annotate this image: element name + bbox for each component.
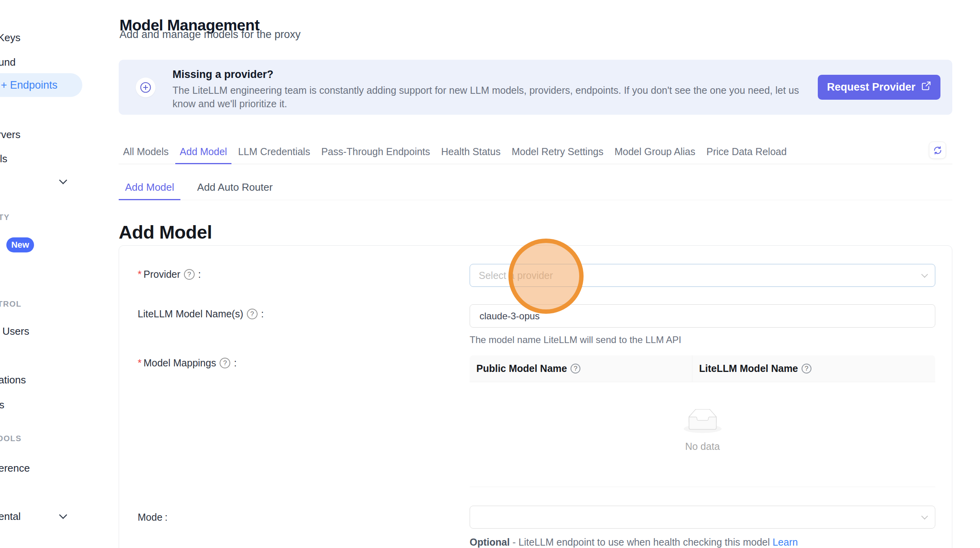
- required-marker: *: [138, 357, 142, 369]
- refresh-button[interactable]: [929, 142, 946, 159]
- subtab-add-auto-router[interactable]: Add Auto Router: [191, 179, 279, 200]
- add-model-heading: Add Model: [119, 221, 212, 243]
- mode-label: Mode :: [138, 512, 168, 523]
- external-link-icon: [921, 81, 931, 94]
- chevron-down-icon: [921, 513, 928, 520]
- required-marker: *: [138, 269, 142, 280]
- tab-llm-credentials[interactable]: LLM Credentials: [234, 142, 315, 164]
- sidebar-section-label: TY: [0, 213, 10, 222]
- chevron-down-icon[interactable]: [59, 176, 67, 184]
- sidebar-item-reference[interactable]: erence: [0, 462, 30, 474]
- tab-model-group-alias[interactable]: Model Group Alias: [610, 142, 699, 164]
- sidebar-section-tools: OOLS: [0, 434, 22, 443]
- empty-inbox-icon: [684, 409, 722, 434]
- empty-state: No data: [470, 409, 935, 452]
- banner-title: Missing a provider?: [172, 68, 273, 81]
- learn-more-link[interactable]: Learn: [773, 537, 798, 548]
- plus-circle-icon: [136, 78, 155, 97]
- mode-helper-text: Optional - LiteLLM endpoint to use when …: [470, 537, 798, 548]
- sidebar-section-access-control: TROL: [0, 300, 21, 309]
- request-provider-button[interactable]: Request Provider: [818, 75, 940, 100]
- tab-add-model[interactable]: Add Model: [175, 142, 231, 164]
- page-subtitle: Add and manage models for the proxy: [119, 28, 301, 41]
- tab-all-models[interactable]: All Models: [119, 142, 173, 164]
- model-tabs: All Models Add Model LLM Credentials Pas…: [119, 142, 952, 164]
- provider-select-wrap: Select a provider: [470, 264, 935, 287]
- sidebar-item-organizations[interactable]: ations: [0, 374, 26, 386]
- sidebar-item-models-endpoints-label: + Endpoints: [1, 79, 57, 91]
- mode-select[interactable]: [470, 506, 935, 529]
- sidebar-item-servers[interactable]: rvers: [0, 129, 21, 141]
- public-model-name-column-header: Public Model Name: [470, 355, 692, 382]
- mappings-table-header: Public Model Name LiteLLM Model Name: [470, 355, 935, 382]
- help-icon[interactable]: [802, 364, 811, 374]
- model-name-input[interactable]: claude-3-opus: [470, 304, 935, 328]
- help-icon[interactable]: [184, 269, 195, 280]
- tab-health-status[interactable]: Health Status: [437, 142, 505, 164]
- request-provider-label: Request Provider: [827, 81, 916, 93]
- missing-provider-banner: Missing a provider? The LiteLLM engineer…: [119, 60, 952, 115]
- sidebar-item-virtual-keys[interactable]: Keys: [0, 32, 21, 44]
- mappings-table-body: No data: [470, 382, 935, 487]
- tab-pass-through-endpoints[interactable]: Pass-Through Endpoints: [317, 142, 434, 164]
- sidebar-item-ils[interactable]: ils: [0, 153, 8, 165]
- tab-model-retry-settings[interactable]: Model Retry Settings: [507, 142, 608, 164]
- app-window: Keys und + Endpoints rvers ils TY New TR…: [0, 0, 980, 548]
- model-mappings-label: * Model Mappings :: [138, 357, 237, 369]
- sidebar: Keys und + Endpoints rvers ils TY New TR…: [0, 0, 95, 548]
- provider-label: * Provider :: [138, 269, 201, 280]
- model-name-label: LiteLLM Model Name(s) :: [138, 308, 264, 320]
- provider-select[interactable]: Select a provider: [470, 264, 935, 287]
- refresh-icon: [933, 146, 942, 155]
- model-name-helper: The model name LiteLLM will send to the …: [470, 334, 935, 345]
- litellm-model-name-column-header: LiteLLM Model Name: [692, 355, 935, 382]
- sidebar-item-teams[interactable]: s: [0, 399, 4, 411]
- help-icon[interactable]: [571, 364, 580, 374]
- subtab-add-model[interactable]: Add Model: [119, 179, 180, 200]
- sidebar-item-models-endpoints[interactable]: + Endpoints: [0, 73, 82, 97]
- sidebar-item-playground[interactable]: und: [0, 56, 15, 68]
- sidebar-item-internal-users[interactable]: Users: [2, 325, 29, 338]
- new-badge: New: [6, 237, 34, 252]
- banner-body: The LiteLLM engineering team is constant…: [172, 83, 804, 110]
- mode-select-wrap: [470, 506, 935, 529]
- model-name-input-wrap: claude-3-opus: [470, 304, 935, 328]
- chevron-down-icon: [921, 271, 928, 278]
- no-data-text: No data: [470, 441, 935, 452]
- model-mappings-table: Public Model Name LiteLLM Model Name: [470, 355, 935, 487]
- add-model-form-card: * Provider : Select a provider LiteLLM M…: [119, 245, 952, 548]
- chevron-down-icon[interactable]: [59, 511, 67, 519]
- provider-placeholder: Select a provider: [479, 270, 553, 281]
- tab-price-data-reload[interactable]: Price Data Reload: [702, 142, 791, 164]
- help-icon[interactable]: [247, 309, 258, 319]
- add-model-subtabs: Add Model Add Auto Router: [119, 179, 952, 200]
- help-icon[interactable]: [220, 358, 230, 368]
- sidebar-item-experimental[interactable]: ental: [0, 510, 21, 523]
